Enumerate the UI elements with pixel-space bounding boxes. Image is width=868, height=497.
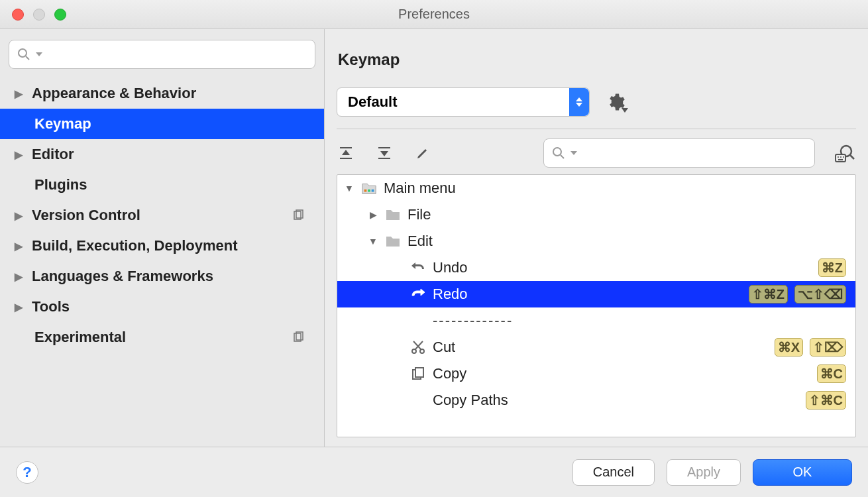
sidebar-item-label: Keymap: [34, 115, 91, 133]
sidebar-item-version-control[interactable]: ▶Version Control: [0, 200, 324, 231]
tree-node-label: Edit: [407, 233, 433, 250]
separator-label: -------------: [433, 312, 513, 329]
action-label: Copy: [433, 365, 466, 382]
svg-point-22: [838, 156, 839, 158]
profile-copy-icon: [292, 331, 304, 343]
cancel-button[interactable]: Cancel: [572, 459, 655, 486]
action-label: Redo: [433, 286, 468, 303]
window-title: Preferences: [0, 7, 868, 22]
tree-node-label: Main menu: [384, 180, 456, 197]
sidebar-item-plugins[interactable]: Plugins: [0, 170, 324, 200]
dropdown-caret-icon: [570, 150, 577, 156]
sidebar-item-label: Build, Execution, Deployment: [32, 237, 237, 254]
svg-point-23: [840, 156, 841, 158]
svg-rect-25: [838, 159, 843, 160]
find-by-shortcut-button[interactable]: [835, 144, 856, 162]
shortcut-list: ⌘X ⇧⌦: [775, 338, 849, 357]
button-label: Apply: [687, 465, 720, 480]
apply-button[interactable]: Apply: [667, 459, 741, 486]
tree-separator: -------------: [337, 307, 855, 334]
svg-marker-18: [570, 151, 577, 155]
shortcut-badge: ⇧⌘Z: [749, 285, 788, 304]
sidebar-item-label: Experimental: [34, 329, 126, 346]
shortcut-list: ⌘Z: [818, 258, 849, 277]
tree-node-main-menu[interactable]: ▼ Main menu: [337, 175, 855, 201]
undo-icon: [410, 260, 426, 275]
sidebar-item-experimental[interactable]: Experimental: [0, 322, 324, 353]
sidebar-search-input[interactable]: [48, 48, 307, 62]
svg-point-24: [843, 156, 844, 158]
scheme-actions-button[interactable]: [606, 92, 625, 112]
sidebar-item-label: Version Control: [32, 207, 140, 224]
svg-line-32: [413, 341, 421, 350]
sidebar-item-keymap[interactable]: Keymap: [0, 109, 324, 139]
profile-copy-icon: [292, 209, 304, 221]
svg-rect-21: [836, 154, 845, 162]
expand-all-button[interactable]: [337, 144, 355, 162]
actions-search[interactable]: [543, 138, 815, 168]
tree-node-edit[interactable]: ▼ Edit: [337, 228, 855, 254]
action-label: Undo: [433, 259, 468, 276]
ok-button[interactable]: OK: [753, 459, 852, 486]
tree-node-file[interactable]: ▶ File: [337, 201, 855, 228]
sidebar-item-label: Editor: [32, 146, 74, 163]
button-label: Cancel: [593, 465, 634, 480]
main-panel: Keymap Default: [325, 29, 868, 447]
svg-marker-9: [622, 108, 628, 113]
expand-all-icon: [339, 146, 353, 160]
titlebar: Preferences: [0, 0, 868, 29]
folder-icon: [385, 207, 401, 222]
tree-action-cut[interactable]: Cut ⌘X ⇧⌦: [337, 334, 855, 360]
sidebar-item-languages[interactable]: ▶Languages & Frameworks: [0, 261, 324, 292]
tree-action-redo[interactable]: Redo ⇧⌘Z ⌥⇧⌫: [337, 281, 855, 307]
sidebar-item-editor[interactable]: ▶Editor: [0, 139, 324, 170]
sidebar-item-label: Appearance & Behavior: [32, 85, 196, 102]
dropdown-caret-icon: [622, 108, 628, 113]
svg-marker-11: [342, 150, 350, 155]
folder-icon: [385, 234, 401, 248]
keymap-scheme-select[interactable]: Default: [337, 87, 590, 117]
sidebar-item-appearance[interactable]: ▶Appearance & Behavior: [0, 78, 324, 109]
tree-action-copy[interactable]: Copy ⌘C: [337, 360, 855, 387]
keymap-tree[interactable]: ▼ Main menu ▶ File ▼ Edit Undo: [337, 174, 856, 437]
find-shortcut-icon: [835, 144, 855, 162]
pencil-icon: [415, 146, 430, 160]
tree-action-copy-paths[interactable]: Copy Paths ⇧⌘C: [337, 387, 855, 414]
tree-node-label: File: [407, 206, 431, 223]
shortcut-badge: ⌘C: [817, 364, 846, 383]
svg-marker-7: [576, 97, 582, 101]
svg-line-20: [850, 155, 854, 159]
edit-shortcut-button[interactable]: [413, 144, 432, 162]
shortcut-badge: ⌥⇧⌫: [794, 285, 846, 304]
action-label: Copy Paths: [433, 392, 508, 409]
redo-icon: [410, 287, 426, 302]
help-button[interactable]: ?: [16, 461, 38, 484]
shortcut-badge: ⇧⌦: [810, 338, 846, 357]
keymap-scheme-value: Default: [348, 93, 398, 111]
sidebar-item-label: Plugins: [34, 176, 87, 193]
svg-rect-34: [415, 368, 423, 377]
shortcut-list: ⇧⌘Z ⌥⇧⌫: [749, 285, 849, 304]
actions-search-input[interactable]: [582, 146, 806, 160]
select-stepper-icon: [569, 88, 589, 116]
svg-marker-14: [380, 151, 388, 156]
shortcut-badge: ⌘Z: [818, 258, 846, 277]
sidebar-item-tools[interactable]: ▶Tools: [0, 292, 324, 322]
panel-title: Keymap: [338, 50, 856, 69]
svg-line-1: [26, 56, 29, 60]
tree-action-undo[interactable]: Undo ⌘Z: [337, 254, 855, 281]
svg-rect-27: [368, 190, 370, 192]
menu-folder-icon: [361, 181, 377, 195]
collapse-all-button[interactable]: [375, 144, 394, 162]
dropdown-caret-icon: [36, 51, 42, 58]
sidebar-search[interactable]: [9, 40, 315, 69]
sidebar-item-label: Tools: [32, 298, 70, 315]
shortcut-badge: ⌘X: [775, 338, 803, 357]
divider: [337, 129, 856, 129]
svg-line-17: [561, 155, 564, 158]
svg-point-16: [553, 148, 561, 156]
sidebar-item-label: Languages & Frameworks: [32, 268, 213, 285]
sidebar-item-build[interactable]: ▶Build, Execution, Deployment: [0, 231, 324, 261]
settings-sidebar: ▶Appearance & Behavior Keymap ▶Editor Pl…: [0, 29, 325, 447]
search-icon: [552, 146, 565, 160]
